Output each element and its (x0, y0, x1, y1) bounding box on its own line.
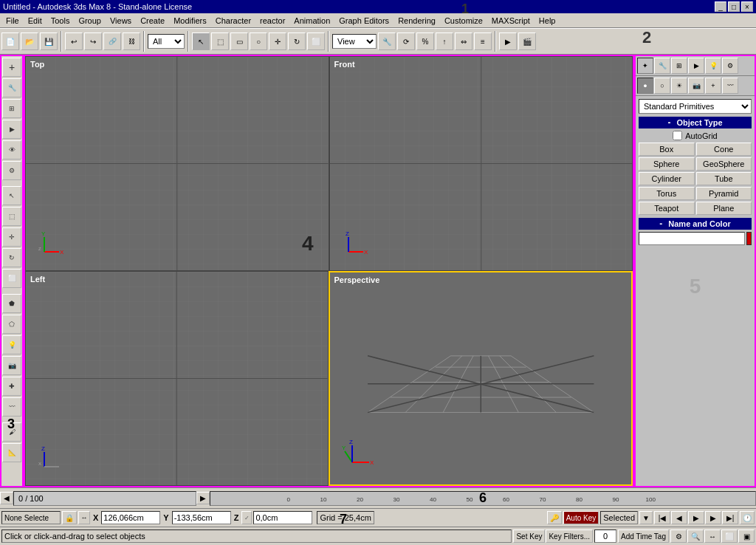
config-btn-4[interactable]: ⬜ (721, 529, 738, 543)
menu-tools[interactable]: Tools (47, 16, 75, 26)
select-region-button[interactable]: ⬚ (211, 32, 229, 50)
restore-button[interactable]: □ (728, 1, 740, 12)
primitive-type-dropdown[interactable]: Standard Primitives (639, 99, 752, 114)
display-panel-tab[interactable]: 💡 (705, 58, 721, 74)
menu-create[interactable]: Create (136, 16, 169, 26)
move-tool[interactable]: ✛ (2, 227, 21, 247)
close-button[interactable]: × (741, 1, 753, 12)
cylinder-button[interactable]: Cylinder (639, 172, 695, 185)
pyramid-button[interactable]: Pyramid (696, 187, 752, 200)
motion-panel-tab[interactable]: ▶ (688, 58, 704, 74)
x-coord-input[interactable] (101, 511, 160, 524)
mirror-button[interactable]: ⇔ (455, 32, 472, 50)
z-edit-toggle[interactable]: ✓ (241, 511, 252, 524)
helper-tool[interactable]: ✚ (2, 377, 21, 396)
menu-file[interactable]: File (1, 16, 24, 26)
autokey-button[interactable]: Auto Key (563, 511, 599, 524)
y-coord-input[interactable] (172, 511, 231, 524)
menu-help[interactable]: Help (535, 16, 560, 26)
set-key-button[interactable]: Set Key (513, 529, 545, 543)
scale-tool[interactable]: ⬜ (2, 269, 21, 288)
menu-graph-editors[interactable]: Graph Editors (334, 16, 394, 26)
viewport-front[interactable]: Front (329, 56, 633, 271)
key-filters-button[interactable]: Key Filters... (546, 529, 593, 543)
hierarchy-panel-tab[interactable]: ⊞ (671, 58, 687, 74)
spinner-snap-button[interactable]: ↑ (436, 32, 453, 50)
menu-modifiers[interactable]: Modifiers (169, 16, 211, 26)
select-link-button[interactable]: 🔗 (103, 32, 121, 50)
minimize-button[interactable]: _ (715, 1, 726, 12)
menu-character[interactable]: Character (211, 16, 255, 26)
menu-maxscript[interactable]: MAXScript (487, 16, 535, 26)
selected-dropdown[interactable]: ▼ (639, 511, 653, 524)
menu-group[interactable]: Group (74, 16, 106, 26)
teapot-button[interactable]: Teapot (639, 202, 695, 215)
timeline-scroll[interactable]: 0 / 100 (13, 491, 196, 506)
add-time-tag-button[interactable]: Add Time Tag (618, 529, 669, 543)
geometry-subtab[interactable]: ● (637, 78, 653, 94)
shape-subtab[interactable]: ○ (654, 78, 670, 94)
select-object[interactable]: ↖ (2, 186, 21, 205)
hierarchy-tool[interactable]: ⊞ (2, 99, 21, 118)
menu-rendering[interactable]: Rendering (394, 16, 440, 26)
name-color-header[interactable]: - Name and Color (639, 218, 752, 230)
motion-tool[interactable]: ▶ (2, 120, 21, 139)
utilities-tool[interactable]: ⚙ (2, 161, 21, 180)
tube-button[interactable]: Tube (696, 172, 752, 185)
snap-button[interactable]: 🔧 (378, 32, 396, 50)
open-button[interactable]: 📂 (21, 32, 38, 50)
z-coord-input[interactable] (253, 511, 312, 524)
scale-button[interactable]: ⬜ (307, 32, 325, 50)
light-subtab[interactable]: ☀ (671, 78, 687, 94)
plane-button[interactable]: Plane (696, 202, 752, 215)
spacewarp-tool[interactable]: 〰 (2, 397, 21, 417)
select-region[interactable]: ⬚ (2, 207, 21, 226)
camera-tool[interactable]: 📷 (2, 356, 21, 375)
rotate-tool[interactable]: ↻ (2, 248, 21, 267)
redo-button[interactable]: ↪ (84, 32, 102, 50)
key-icon-button[interactable]: 🔑 (547, 511, 562, 524)
spacewarp-subtab[interactable]: 〰 (722, 78, 738, 94)
rotate-button[interactable]: ↻ (288, 32, 306, 50)
viewport-perspective[interactable]: Perspective (329, 271, 633, 486)
autogrid-checkbox[interactable] (673, 131, 682, 140)
geosphere-button[interactable]: GeoSphere (696, 157, 752, 171)
frame-input[interactable] (594, 529, 616, 543)
select-circle-button[interactable]: ○ (250, 32, 267, 50)
object-type-header[interactable]: - Object Type (639, 117, 752, 128)
select-rect-button[interactable]: ▭ (230, 32, 248, 50)
new-button[interactable]: 📄 (1, 32, 19, 50)
x-edit-toggle[interactable]: ↔ (78, 511, 90, 524)
time-config-button[interactable]: 🕐 (740, 511, 755, 524)
light-tool[interactable]: 💡 (2, 335, 21, 354)
prev-key-button[interactable]: |◀ (654, 511, 670, 524)
utilities-panel-tab[interactable]: ⚙ (722, 58, 738, 74)
align-button[interactable]: ≡ (474, 32, 492, 50)
color-swatch[interactable] (746, 232, 752, 245)
menu-animation[interactable]: Animation (289, 16, 334, 26)
render-button[interactable]: 🎬 (518, 32, 536, 50)
helper-subtab[interactable]: + (705, 78, 721, 94)
timeline-left-arrow[interactable]: ◀ (0, 492, 13, 504)
modify-panel-tab[interactable]: 🔧 (654, 58, 670, 74)
config-btn-2[interactable]: 🔍 (687, 529, 704, 543)
play-button[interactable]: ▶ (499, 32, 517, 50)
sphere-button[interactable]: Sphere (639, 157, 695, 171)
percent-snap-button[interactable]: % (416, 32, 434, 50)
save-button[interactable]: 💾 (40, 32, 58, 50)
display-tool[interactable]: 👁 (2, 140, 21, 160)
viewport-top[interactable]: Top (25, 56, 329, 271)
cone-button[interactable]: Cone (696, 143, 752, 156)
modify-tool[interactable]: 🔧 (2, 78, 21, 97)
play-anim-button[interactable]: ▶ (688, 511, 704, 524)
torus-button[interactable]: Torus (639, 187, 695, 200)
move-button[interactable]: ✛ (269, 32, 286, 50)
menu-views[interactable]: Views (106, 16, 136, 26)
menu-reactor[interactable]: reactor (255, 16, 289, 26)
object-name-input[interactable] (639, 232, 745, 245)
create-tool[interactable]: + (2, 58, 21, 77)
prev-frame-button[interactable]: ◀ (671, 511, 687, 524)
unlink-button[interactable]: ⛓ (123, 32, 140, 50)
timeline-right-arrow[interactable]: ▶ (196, 492, 210, 504)
next-frame-button[interactable]: ▶ (705, 511, 721, 524)
